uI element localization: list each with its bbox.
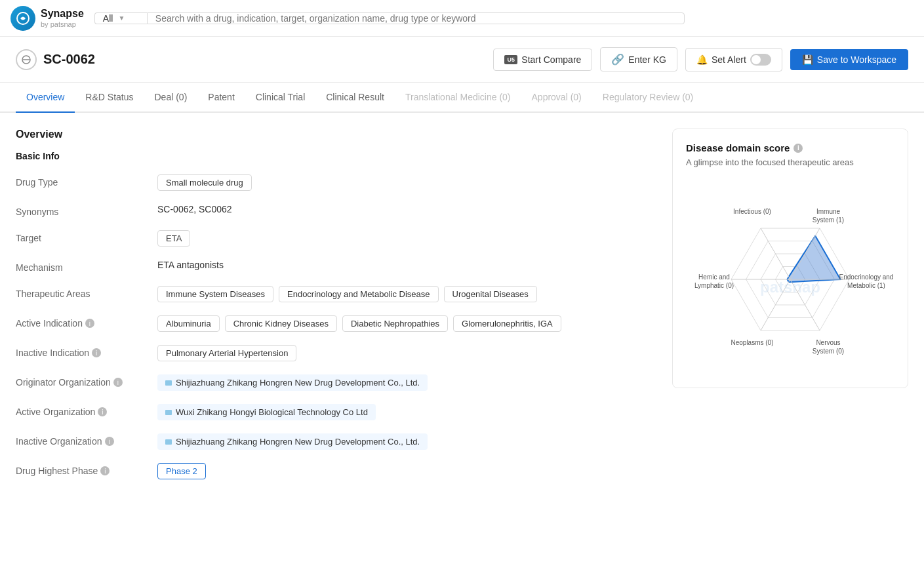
tab-clinicaltrial[interactable]: Clinical Trial bbox=[245, 83, 315, 113]
bell-icon: 🔔 bbox=[696, 54, 708, 65]
drug-name: SC-0062 bbox=[43, 52, 493, 67]
set-alert-button[interactable]: 🔔 Set Alert bbox=[685, 48, 782, 71]
logo-area: Synapse by patsnap bbox=[10, 6, 84, 31]
info-label: Drug Type bbox=[16, 174, 147, 188]
tab-regulatoryreview0: Regulatory Review (0) bbox=[592, 83, 704, 113]
help-icon[interactable]: i bbox=[98, 407, 107, 416]
info-label: Originator Organizationi bbox=[16, 374, 147, 388]
search-dropdown-value: All bbox=[103, 13, 113, 24]
info-value: Immune System DiseasesEndocrinology and … bbox=[157, 286, 656, 302]
tab-patent[interactable]: Patent bbox=[197, 83, 245, 113]
info-value: Shijiazhuang Zhikang Hongren New Drug De… bbox=[157, 433, 656, 450]
disease-panel: Disease domain score i A glimpse into th… bbox=[672, 129, 908, 388]
phase-tag: Phase 2 bbox=[157, 463, 206, 479]
help-icon[interactable]: i bbox=[92, 348, 101, 357]
info-value: AlbuminuriaChronic Kidney DiseasesDiabet… bbox=[157, 315, 656, 332]
enter-kg-button[interactable]: 🔗 Enter KG bbox=[600, 47, 677, 71]
set-alert-label: Set Alert bbox=[712, 54, 746, 65]
help-icon[interactable]: i bbox=[105, 437, 114, 446]
info-row: Active IndicationiAlbuminuriaChronic Kid… bbox=[16, 315, 656, 332]
info-value: SC-0062, SC0062 bbox=[157, 204, 656, 214]
info-row: MechanismETA antagonists bbox=[16, 260, 656, 273]
disease-panel-title: Disease domain score i bbox=[686, 142, 894, 153]
tag: Immune System Diseases bbox=[157, 286, 273, 302]
tab-deal0[interactable]: Deal (0) bbox=[144, 83, 198, 113]
compare-icon: U5 bbox=[504, 55, 517, 64]
info-row: Drug Highest PhaseiPhase 2 bbox=[16, 463, 656, 479]
search-input-wrap bbox=[147, 12, 685, 24]
svg-text:patsnap: patsnap bbox=[760, 278, 820, 296]
info-label: Active Indicationi bbox=[16, 315, 147, 329]
tag: ETA bbox=[157, 230, 190, 247]
info-label: Therapeutic Areas bbox=[16, 286, 147, 299]
info-label: Inactive Organizationi bbox=[16, 433, 147, 447]
info-label: Mechanism bbox=[16, 260, 147, 273]
svg-text:NervousSystem (0): NervousSystem (0) bbox=[813, 339, 844, 355]
org-tag: Shijiazhuang Zhikang Hongren New Drug De… bbox=[157, 374, 428, 391]
info-label: Target bbox=[16, 230, 147, 243]
info-label: Inactive Indicationi bbox=[16, 345, 147, 358]
search-dropdown[interactable]: All ▼ bbox=[94, 12, 147, 24]
chevron-down-icon: ▼ bbox=[118, 14, 125, 22]
drug-header: SC-0062 U5 Start Compare 🔗 Enter KG 🔔 Se… bbox=[0, 37, 924, 83]
tag: Albuminuria bbox=[157, 315, 220, 332]
info-value: ETA antagonists bbox=[157, 260, 656, 270]
tab-r&dstatus[interactable]: R&D Status bbox=[75, 83, 144, 113]
svg-text:ImmuneSystem (1): ImmuneSystem (1) bbox=[813, 208, 844, 224]
tab-approval0: Approval (0) bbox=[521, 83, 592, 113]
svg-marker-7 bbox=[788, 236, 841, 282]
help-icon[interactable]: i bbox=[85, 319, 94, 328]
start-compare-button[interactable]: U5 Start Compare bbox=[493, 49, 592, 71]
tag: Small molecule drug bbox=[157, 174, 252, 191]
content-right: Disease domain score i A glimpse into th… bbox=[672, 129, 908, 492]
drug-actions: U5 Start Compare 🔗 Enter KG 🔔 Set Alert … bbox=[493, 47, 908, 71]
help-icon[interactable]: i bbox=[100, 466, 110, 475]
help-icon[interactable]: i bbox=[113, 378, 123, 387]
info-label: Active Organizationi bbox=[16, 404, 147, 417]
basic-info-title: Basic Info bbox=[16, 151, 656, 161]
info-row: TargetETA bbox=[16, 230, 656, 247]
drug-icon bbox=[16, 49, 37, 70]
search-input[interactable] bbox=[155, 13, 676, 24]
svg-text:Hemic andLymphatic (0): Hemic andLymphatic (0) bbox=[694, 273, 734, 289]
main-content: Overview Basic Info Drug TypeSmall molec… bbox=[0, 113, 924, 508]
tabs-bar: OverviewR&D StatusDeal (0)PatentClinical… bbox=[0, 83, 924, 113]
org-dot-icon bbox=[165, 439, 172, 445]
info-label: Drug Highest Phasei bbox=[16, 463, 147, 476]
tag: Urogenital Diseases bbox=[444, 286, 537, 302]
alert-toggle[interactable] bbox=[750, 54, 771, 66]
disease-panel-sub: A glimpse into the focused therapeutic a… bbox=[686, 157, 894, 167]
info-row: Originator OrganizationiShijiazhuang Zhi… bbox=[16, 374, 656, 391]
enter-kg-label: Enter KG bbox=[628, 54, 666, 65]
tag: Diabetic Nephropathies bbox=[342, 315, 448, 332]
info-row: Active OrganizationiWuxi Zhikang Hongyi … bbox=[16, 404, 656, 420]
navbar: Synapse by patsnap All ▼ bbox=[0, 0, 924, 37]
save-workspace-label: Save to Workspace bbox=[817, 54, 896, 65]
info-row: SynonymsSC-0062, SC0062 bbox=[16, 204, 656, 217]
svg-text:Neoplasms (0): Neoplasms (0) bbox=[731, 339, 773, 346]
info-row: Therapeutic AreasImmune System DiseasesE… bbox=[16, 286, 656, 302]
brand-sub: by patsnap bbox=[41, 20, 84, 29]
info-value: Wuxi Zhikang Hongyi Biological Technolog… bbox=[157, 404, 656, 420]
search-area: All ▼ bbox=[94, 12, 685, 24]
save-workspace-button[interactable]: 💾 Save to Workspace bbox=[790, 49, 908, 70]
info-row: Inactive OrganizationiShijiazhuang Zhika… bbox=[16, 433, 656, 450]
info-value: Shijiazhuang Zhikang Hongren New Drug De… bbox=[157, 374, 656, 391]
tag: Endocrinology and Metabolic Disease bbox=[279, 286, 439, 302]
tab-overview[interactable]: Overview bbox=[16, 83, 75, 113]
disease-help-icon[interactable]: i bbox=[793, 144, 803, 153]
start-compare-label: Start Compare bbox=[521, 54, 581, 65]
tag: Pulmonary Arterial Hypertension bbox=[157, 345, 296, 361]
section-title: Overview bbox=[16, 129, 656, 140]
brand-name: Synapse bbox=[41, 7, 84, 20]
info-value: Pulmonary Arterial Hypertension bbox=[157, 345, 656, 361]
info-value: ETA bbox=[157, 230, 656, 247]
logo-icon bbox=[10, 6, 35, 31]
info-row: Drug TypeSmall molecule drug bbox=[16, 174, 656, 191]
content-left: Overview Basic Info Drug TypeSmall molec… bbox=[16, 129, 656, 492]
info-value: Small molecule drug bbox=[157, 174, 656, 191]
logo-text: Synapse by patsnap bbox=[41, 7, 84, 28]
kg-icon: 🔗 bbox=[611, 53, 624, 66]
tag: Glomerulonephritis, IGA bbox=[453, 315, 561, 332]
tab-clinicalresult[interactable]: Clinical Result bbox=[315, 83, 395, 113]
